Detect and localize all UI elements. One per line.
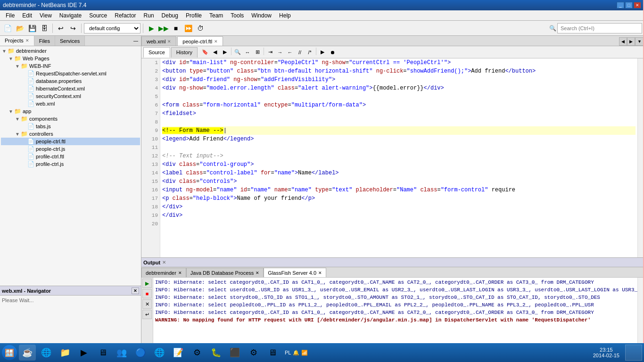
navigator-close-btn[interactable]: ✕ [132, 288, 139, 294]
code-content[interactable]: <div id="main-list" ng-controller="Peopl… [160, 58, 637, 257]
output-close-x[interactable]: ✕ [162, 260, 166, 265]
uncomment-btn[interactable]: /* [305, 48, 314, 57]
tab-services[interactable]: Services [55, 36, 85, 46]
tree-item[interactable]: 📄profile-ctrl.js [1, 160, 140, 168]
tab-web-xml[interactable]: web.xml ✕ [141, 36, 176, 46]
save-all-btn[interactable]: 🗄 [39, 23, 50, 34]
stop-output-btn[interactable]: ■ [142, 289, 152, 298]
minimize-btn[interactable]: _ [617, 2, 624, 8]
format-btn[interactable]: ⇥ [265, 48, 275, 57]
tree-item[interactable]: ▼📁Web Pages [1, 55, 140, 62]
wrap-output-btn[interactable]: ↵ [142, 310, 152, 319]
menu-item-help[interactable]: Help [275, 11, 295, 20]
step-btn[interactable]: ⏩ [182, 23, 194, 34]
projects-tab-close[interactable]: ✕ [25, 38, 29, 43]
menu-item-refactor[interactable]: Refactor [111, 11, 140, 20]
taskbar-users[interactable]: 👥 [113, 345, 130, 361]
tree-arrow[interactable]: ▼ [15, 64, 21, 69]
menu-item-view[interactable]: View [36, 11, 56, 20]
toggle-btn[interactable]: ⊞ [253, 48, 262, 57]
replace-btn[interactable]: ↔ [243, 48, 252, 57]
run-btn[interactable]: ▶ [146, 23, 157, 34]
tree-arrow[interactable]: ▼ [15, 116, 21, 122]
save-btn[interactable]: 💾 [26, 23, 38, 34]
output-tab[interactable]: GlassFish Server 4.0✕ [264, 268, 326, 277]
maximize-btn[interactable]: □ [625, 2, 633, 8]
menu-item-run[interactable]: Run [140, 11, 158, 20]
taskbar-word[interactable]: 📝 [170, 345, 187, 361]
menu-item-navigate[interactable]: Navigate [56, 11, 85, 20]
unindent-btn[interactable]: ← [285, 48, 295, 57]
taskbar-system[interactable]: 🖥 [94, 345, 111, 361]
menu-item-file[interactable]: File [2, 11, 18, 20]
tab-files[interactable]: Files [34, 36, 55, 46]
code-editor[interactable]: 1234567891011121314151617181920 <div id=… [141, 58, 644, 257]
tree-item[interactable]: 📄tabs.js [1, 123, 140, 130]
clear-output-btn[interactable]: ✕ [142, 299, 152, 309]
panel-minimize-btn[interactable]: — [132, 37, 139, 44]
tree-item[interactable]: ▼📁debtreminder [1, 47, 140, 55]
menu-item-tools[interactable]: Tools [227, 11, 248, 20]
comment-btn[interactable]: // [295, 48, 305, 57]
profile-btn[interactable]: ⏱ [195, 23, 206, 34]
start-button[interactable]: 🪟 [2, 345, 17, 360]
tree-item[interactable]: ▼📁WEB-INF [1, 62, 140, 70]
redo-btn[interactable]: ↪ [67, 23, 79, 34]
tree-item[interactable]: 📄web.xml [1, 100, 140, 107]
prev-bookmark-btn[interactable]: ◀ [210, 48, 220, 57]
new-btn[interactable]: 📄 [2, 23, 13, 34]
tree-item[interactable]: 📄RequestDispatcher-servlet.xml [1, 70, 140, 77]
tree-item[interactable]: ▼📁controllers [1, 130, 140, 138]
search-input[interactable] [557, 23, 642, 33]
menu-item-team[interactable]: Team [206, 11, 227, 20]
tree-item[interactable]: 📄people-ctrl.js [1, 145, 140, 153]
tree-item[interactable]: 📄securityContext.xml [1, 92, 140, 100]
tree-arrow[interactable]: ▼ [8, 109, 14, 114]
config-dropdown[interactable]: default config [84, 23, 140, 33]
tab-prev-btn[interactable]: ◀ [619, 37, 627, 46]
debug-btn[interactable]: ▶▶ [158, 23, 169, 34]
taskbar-browser[interactable]: 🌐 [38, 345, 55, 361]
taskbar-explorer[interactable]: 📁 [57, 345, 74, 361]
people-ctrl-tab-close[interactable]: ✕ [214, 39, 218, 44]
tree-item[interactable]: 📄database.properties [1, 77, 140, 85]
toggle-bookmark-btn[interactable]: 🔖 [200, 48, 210, 57]
tree-arrow[interactable]: ▼ [2, 49, 8, 54]
tree-item[interactable]: 📄profile-ctrl.ftl [1, 153, 140, 160]
taskbar-bug[interactable]: 🐛 [207, 345, 224, 361]
search-btn[interactable]: 🔍 [233, 48, 242, 57]
tree-item[interactable]: ▼📁app [1, 107, 140, 115]
indent-btn[interactable]: → [275, 48, 285, 57]
taskbar-network[interactable]: 🖥 [264, 345, 281, 361]
taskbar-ie[interactable]: 🌐 [151, 345, 168, 361]
tree-item[interactable]: 📄hibernateContext.xml [1, 85, 140, 92]
taskbar-xampp[interactable]: ⚙ [189, 345, 206, 361]
stop-btn[interactable]: ■ [170, 23, 182, 34]
taskbar-terminal[interactable]: ⬛ [226, 345, 243, 361]
taskbar-chrome[interactable]: 🔵 [132, 345, 149, 361]
tab-next-btn[interactable]: ▶ [627, 37, 635, 46]
tree-item[interactable]: ▼📁components [1, 115, 140, 123]
web-xml-tab-close[interactable]: ✕ [167, 39, 171, 44]
open-btn[interactable]: 📂 [14, 23, 25, 34]
source-tab-history[interactable]: History [171, 47, 198, 58]
tab-people-ctrl[interactable]: people-ctrl.ftl ✕ [177, 36, 223, 46]
output-tab-close[interactable]: ✕ [178, 271, 182, 275]
next-bookmark-btn[interactable]: ▶ [220, 48, 230, 57]
taskbar-netbeans[interactable]: ☕ [19, 345, 36, 361]
run-macro-btn[interactable]: ▶ [318, 48, 327, 57]
menu-item-debug[interactable]: Debug [158, 11, 182, 20]
tree-arrow[interactable]: ▼ [15, 132, 21, 137]
menu-item-window[interactable]: Window [248, 11, 275, 20]
menu-item-source[interactable]: Source [85, 11, 111, 20]
close-btn[interactable]: ✕ [634, 2, 641, 8]
output-tab-close[interactable]: ✕ [256, 271, 259, 275]
taskbar-media[interactable]: ▶ [75, 345, 92, 361]
run-output-btn[interactable]: ▶ [142, 279, 152, 288]
taskbar-settings[interactable]: ⚙ [245, 345, 262, 361]
output-tab[interactable]: Java DB Database Process✕ [186, 268, 264, 277]
tree-arrow[interactable]: ▼ [8, 56, 14, 61]
source-tab-source[interactable]: Source [143, 47, 170, 58]
output-tab[interactable]: debtreminder✕ [141, 268, 186, 277]
tree-item[interactable]: 📄people-ctrl.ftl [1, 138, 140, 145]
